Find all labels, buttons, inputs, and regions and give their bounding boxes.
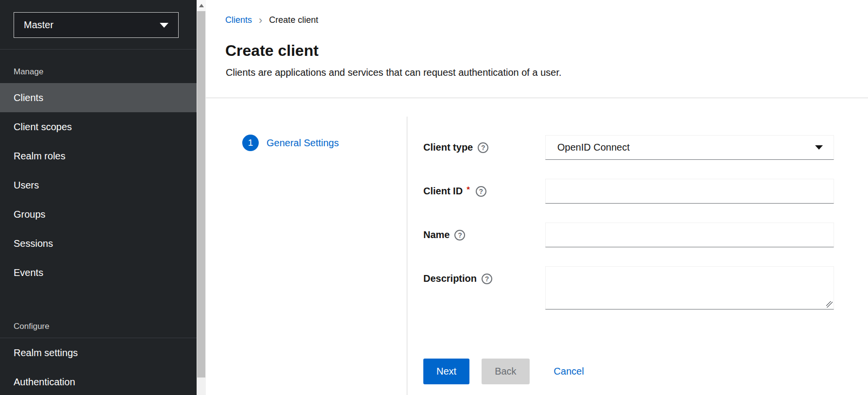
- question-mark-glyph: ?: [479, 188, 483, 195]
- scrollbar-thumb[interactable]: [197, 11, 205, 378]
- breadcrumb: Clients › Create client: [225, 15, 318, 25]
- client-type-label-cell: Client type ?: [423, 135, 545, 160]
- sidebar: Master Manage Clients Client scopes Real…: [0, 0, 197, 395]
- question-mark-glyph: ?: [458, 231, 462, 239]
- sidebar-item-authentication[interactable]: Authentication: [0, 367, 197, 395]
- name-label: Name: [423, 229, 450, 240]
- nav-section-title-manage: Manage: [0, 61, 197, 83]
- breadcrumb-separator-icon: ›: [259, 16, 262, 25]
- next-button[interactable]: Next: [423, 359, 469, 384]
- client-id-label-cell: Client ID * ?: [423, 179, 545, 204]
- breadcrumb-link-clients[interactable]: Clients: [225, 15, 252, 25]
- question-mark-glyph: ?: [485, 275, 489, 283]
- scroll-up-arrow-icon: [199, 4, 204, 7]
- client-id-control-cell: [545, 179, 834, 204]
- form-row-name: Name ?: [423, 223, 834, 247]
- client-type-select[interactable]: OpenID Connect: [545, 135, 834, 160]
- name-label-cell: Name ?: [423, 223, 545, 247]
- wizard-footer: Next Back Cancel: [423, 359, 834, 384]
- form-row-client-type: Client type ? OpenID Connect: [423, 135, 834, 160]
- cancel-button[interactable]: Cancel: [554, 359, 584, 384]
- page: Master Manage Clients Client scopes Real…: [0, 0, 868, 395]
- wizard-step-number: 1: [242, 135, 259, 151]
- general-settings-form: Client type ? OpenID Connect: [423, 135, 834, 384]
- client-type-help-icon[interactable]: ?: [478, 142, 488, 153]
- wizard-step-general-settings[interactable]: 1 General Settings: [242, 135, 339, 151]
- client-type-label: Client type: [423, 142, 473, 153]
- sidebar-item-realm-settings[interactable]: Realm settings: [0, 338, 197, 367]
- sidebar-nav: Manage Clients Client scopes Realm roles…: [0, 61, 197, 395]
- sidebar-item-users[interactable]: Users: [0, 171, 197, 200]
- client-type-control-cell: OpenID Connect: [545, 135, 834, 160]
- client-id-label: Client ID: [423, 186, 463, 197]
- realm-name: Master: [24, 19, 53, 31]
- sidebar-item-groups[interactable]: Groups: [0, 200, 197, 229]
- page-subtitle: Clients are applications and services th…: [226, 66, 562, 79]
- name-help-icon[interactable]: ?: [454, 230, 465, 240]
- page-title: Create client: [225, 41, 318, 60]
- description-help-icon[interactable]: ?: [482, 274, 492, 284]
- sidebar-item-clients[interactable]: Clients: [0, 83, 197, 112]
- sidebar-item-sessions[interactable]: Sessions: [0, 229, 197, 258]
- client-id-input[interactable]: [545, 179, 834, 204]
- realm-selector-area: Master: [0, 0, 197, 50]
- client-id-help-icon[interactable]: ?: [476, 186, 486, 197]
- breadcrumb-current: Create client: [269, 15, 318, 25]
- caret-down-icon: [815, 145, 823, 150]
- main-content: Clients › Create client Create client Cl…: [206, 0, 868, 395]
- description-textarea[interactable]: [545, 266, 834, 309]
- sidebar-item-realm-roles[interactable]: Realm roles: [0, 141, 197, 171]
- wizard-step-label: General Settings: [267, 137, 339, 149]
- chevron-down-icon: [160, 23, 168, 28]
- form-row-description: Description ?: [423, 266, 834, 309]
- nav-section-configure: Configure Realm settings Authentication: [0, 315, 197, 395]
- question-mark-glyph: ?: [481, 144, 485, 152]
- vertical-scrollbar: [197, 0, 206, 395]
- scrollbar-up-button[interactable]: [197, 0, 206, 11]
- nav-section-manage: Manage Clients Client scopes Realm roles…: [0, 61, 197, 287]
- client-type-selected-value: OpenID Connect: [557, 142, 630, 153]
- wizard-nav-divider: [407, 117, 407, 395]
- description-label: Description: [423, 273, 477, 284]
- realm-selector-button[interactable]: Master: [14, 12, 179, 38]
- create-client-wizard: 1 General Settings Client type ? OpenID …: [206, 98, 868, 395]
- name-input[interactable]: [545, 223, 834, 247]
- form-row-client-id: Client ID * ?: [423, 179, 834, 204]
- back-button[interactable]: Back: [482, 359, 529, 384]
- required-asterisk: *: [467, 185, 470, 195]
- name-control-cell: [545, 223, 834, 247]
- sidebar-item-client-scopes[interactable]: Client scopes: [0, 112, 197, 141]
- description-control-cell: [545, 266, 834, 309]
- nav-section-title-configure: Configure: [0, 315, 197, 338]
- description-label-cell: Description ?: [423, 266, 545, 291]
- sidebar-item-events[interactable]: Events: [0, 258, 197, 287]
